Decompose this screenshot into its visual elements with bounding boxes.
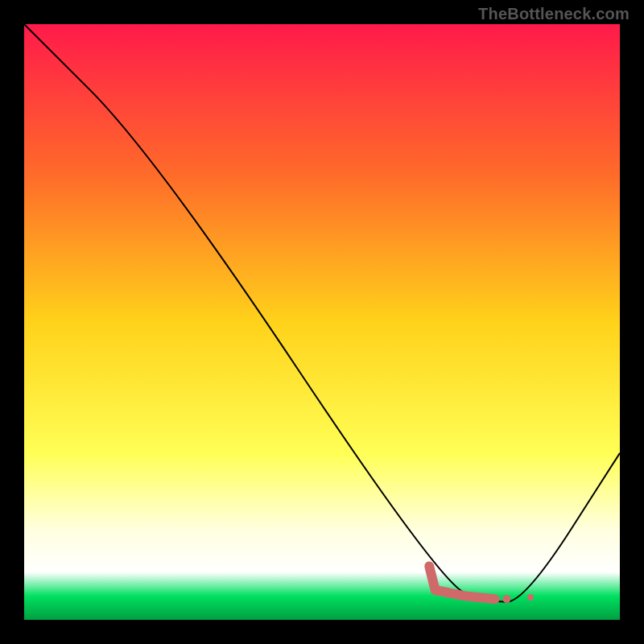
svg-point-1: [527, 594, 534, 601]
page-root: { "attribution": "TheBottleneck.com", "c…: [0, 0, 644, 644]
gradient-background: [24, 24, 620, 620]
attribution-text: TheBottleneck.com: [478, 5, 630, 23]
svg-point-0: [502, 595, 510, 603]
chart-svg: [24, 24, 620, 620]
bottleneck-chart: [24, 24, 620, 620]
